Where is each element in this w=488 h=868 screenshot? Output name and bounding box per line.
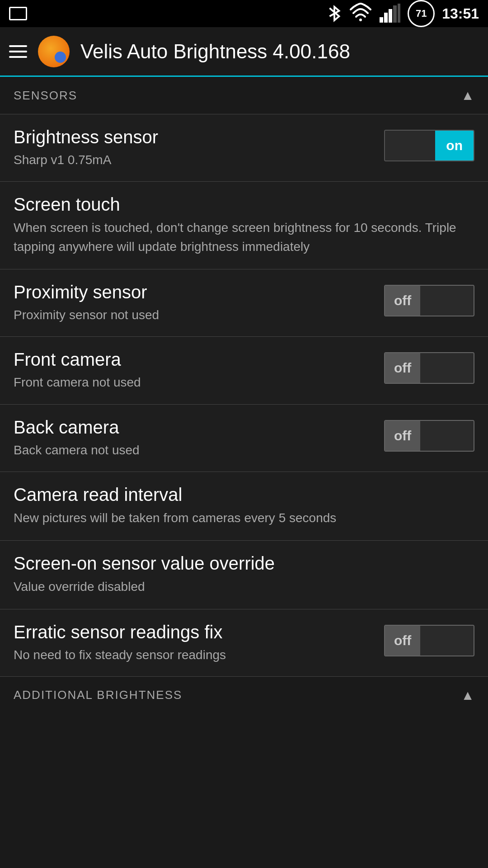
- back-camera-desc: Back camera not used: [14, 441, 375, 459]
- screen-touch-item[interactable]: Screen touch When screen is touched, don…: [0, 182, 488, 269]
- app-header: Velis Auto Brightness 4.00.168: [0, 27, 488, 77]
- svg-point-0: [359, 19, 362, 21]
- back-camera-item[interactable]: Back camera Back camera not used off: [0, 405, 488, 472]
- status-bar-left: [9, 7, 27, 20]
- screen-on-sensor-override-title: Screen-on sensor value override: [14, 553, 474, 574]
- svg-rect-3: [389, 9, 392, 23]
- svg-rect-2: [384, 13, 388, 23]
- back-camera-content: Back camera Back camera not used: [14, 417, 384, 459]
- notification-icon: [9, 7, 27, 20]
- status-time: 13:51: [442, 5, 479, 22]
- erratic-sensor-fix-desc: No need to fix steady sensor readings: [14, 646, 375, 664]
- erratic-sensor-fix-item[interactable]: Erratic sensor readings fix No need to f…: [0, 609, 488, 677]
- front-camera-toggle-switch[interactable]: off: [384, 352, 474, 384]
- screen-touch-title: Screen touch: [14, 194, 474, 215]
- proximity-sensor-toggle[interactable]: off: [384, 282, 474, 316]
- app-title: Velis Auto Brightness 4.00.168: [80, 40, 350, 63]
- front-camera-toggle-right: [420, 353, 474, 383]
- front-camera-desc: Front camera not used: [14, 373, 375, 391]
- front-camera-toggle[interactable]: off: [384, 349, 474, 384]
- menu-button[interactable]: [9, 45, 27, 58]
- brightness-sensor-toggle[interactable]: on: [384, 127, 474, 161]
- wifi-icon: [350, 3, 371, 24]
- sensors-section-header[interactable]: SENSORS ▲: [0, 77, 488, 114]
- back-camera-toggle-right: [420, 421, 474, 451]
- erratic-sensor-fix-title: Erratic sensor readings fix: [14, 622, 375, 642]
- brightness-sensor-item[interactable]: Brightness sensor Sharp v1 0.75mA on: [0, 114, 488, 182]
- brightness-sensor-title: Brightness sensor: [14, 127, 375, 147]
- back-camera-toggle-off-label: off: [385, 421, 420, 451]
- proximity-sensor-desc: Proximity sensor not used: [14, 306, 375, 324]
- front-camera-toggle-off-label: off: [385, 353, 420, 383]
- brightness-sensor-toggle-switch[interactable]: on: [384, 130, 474, 161]
- battery-indicator: 71: [408, 0, 435, 27]
- proximity-toggle-right: [420, 286, 474, 316]
- status-bar: 71 13:51: [0, 0, 488, 27]
- screen-on-sensor-override-item[interactable]: Screen-on sensor value override Value ov…: [0, 541, 488, 609]
- brightness-sensor-desc: Sharp v1 0.75mA: [14, 151, 375, 169]
- back-camera-toggle[interactable]: off: [384, 417, 474, 452]
- erratic-sensor-fix-toggle[interactable]: off: [384, 622, 474, 656]
- back-camera-toggle-switch[interactable]: off: [384, 420, 474, 452]
- camera-read-interval-title: Camera read interval: [14, 485, 474, 505]
- erratic-sensor-fix-content: Erratic sensor readings fix No need to f…: [14, 622, 384, 664]
- additional-brightness-collapse-icon: ▲: [461, 688, 474, 703]
- screen-touch-desc: When screen is touched, don't change scr…: [14, 218, 474, 256]
- proximity-toggle-off-label: off: [385, 286, 420, 316]
- camera-read-interval-item[interactable]: Camera read interval New pictures will b…: [0, 472, 488, 541]
- erratic-sensor-toggle-right: [420, 626, 474, 656]
- additional-brightness-label: ADDITIONAL BRIGHTNESS: [14, 688, 182, 702]
- front-camera-title: Front camera: [14, 349, 375, 370]
- bluetooth-icon: [326, 3, 343, 24]
- erratic-sensor-toggle-off-label: off: [385, 626, 420, 656]
- brightness-sensor-content: Brightness sensor Sharp v1 0.75mA: [14, 127, 384, 169]
- signal-icon: [379, 3, 400, 24]
- brightness-toggle-left: [385, 131, 435, 160]
- brightness-toggle-on-label: on: [435, 131, 474, 160]
- app-logo: [38, 36, 70, 67]
- proximity-sensor-title: Proximity sensor: [14, 282, 375, 302]
- svg-rect-1: [380, 17, 383, 23]
- front-camera-content: Front camera Front camera not used: [14, 349, 384, 391]
- camera-read-interval-desc: New pictures will be taken from cameras …: [14, 509, 474, 528]
- sensors-collapse-icon: ▲: [461, 88, 474, 103]
- status-bar-right: 71 13:51: [326, 0, 479, 27]
- svg-rect-4: [393, 5, 397, 23]
- erratic-sensor-toggle-switch[interactable]: off: [384, 625, 474, 656]
- front-camera-item[interactable]: Front camera Front camera not used off: [0, 337, 488, 404]
- svg-rect-5: [398, 4, 400, 23]
- sensors-label: SENSORS: [14, 89, 77, 103]
- proximity-sensor-item[interactable]: Proximity sensor Proximity sensor not us…: [0, 269, 488, 337]
- screen-on-sensor-override-desc: Value override disabled: [14, 577, 474, 596]
- proximity-toggle-switch[interactable]: off: [384, 285, 474, 316]
- back-camera-title: Back camera: [14, 417, 375, 438]
- proximity-sensor-content: Proximity sensor Proximity sensor not us…: [14, 282, 384, 324]
- additional-brightness-section-header[interactable]: ADDITIONAL BRIGHTNESS ▲: [0, 677, 488, 714]
